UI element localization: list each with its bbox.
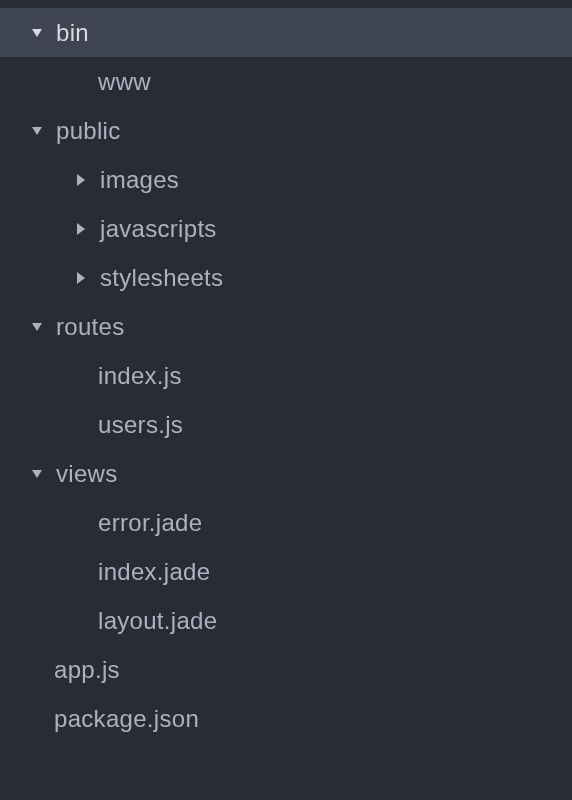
file-users-js[interactable]: users.js xyxy=(0,400,572,449)
folder-label: stylesheets xyxy=(100,264,223,292)
file-label: layout.jade xyxy=(98,607,217,635)
chevron-right-icon xyxy=(72,272,90,284)
folder-label: images xyxy=(100,166,179,194)
chevron-right-icon xyxy=(72,223,90,235)
chevron-down-icon xyxy=(28,27,46,39)
file-error-jade[interactable]: error.jade xyxy=(0,498,572,547)
file-label: package.json xyxy=(54,705,199,733)
file-layout-jade[interactable]: layout.jade xyxy=(0,596,572,645)
folder-label: bin xyxy=(56,19,89,47)
folder-label: routes xyxy=(56,313,125,341)
chevron-down-icon xyxy=(28,468,46,480)
folder-label: views xyxy=(56,460,118,488)
chevron-down-icon xyxy=(28,321,46,333)
chevron-right-icon xyxy=(72,174,90,186)
folder-images[interactable]: images xyxy=(0,155,572,204)
file-label: index.jade xyxy=(98,558,210,586)
chevron-down-icon xyxy=(28,125,46,137)
file-index-js[interactable]: index.js xyxy=(0,351,572,400)
folder-stylesheets[interactable]: stylesheets xyxy=(0,253,572,302)
file-tree: bin www public images javascripts styles… xyxy=(0,0,572,743)
folder-javascripts[interactable]: javascripts xyxy=(0,204,572,253)
file-label: error.jade xyxy=(98,509,202,537)
file-label: app.js xyxy=(54,656,120,684)
file-www[interactable]: www xyxy=(0,57,572,106)
folder-views[interactable]: views xyxy=(0,449,572,498)
file-index-jade[interactable]: index.jade xyxy=(0,547,572,596)
file-label: users.js xyxy=(98,411,183,439)
file-package-json[interactable]: package.json xyxy=(0,694,572,743)
folder-label: javascripts xyxy=(100,215,217,243)
file-label: www xyxy=(98,68,151,96)
folder-public[interactable]: public xyxy=(0,106,572,155)
folder-bin[interactable]: bin xyxy=(0,8,572,57)
folder-label: public xyxy=(56,117,121,145)
file-app-js[interactable]: app.js xyxy=(0,645,572,694)
folder-routes[interactable]: routes xyxy=(0,302,572,351)
file-label: index.js xyxy=(98,362,182,390)
